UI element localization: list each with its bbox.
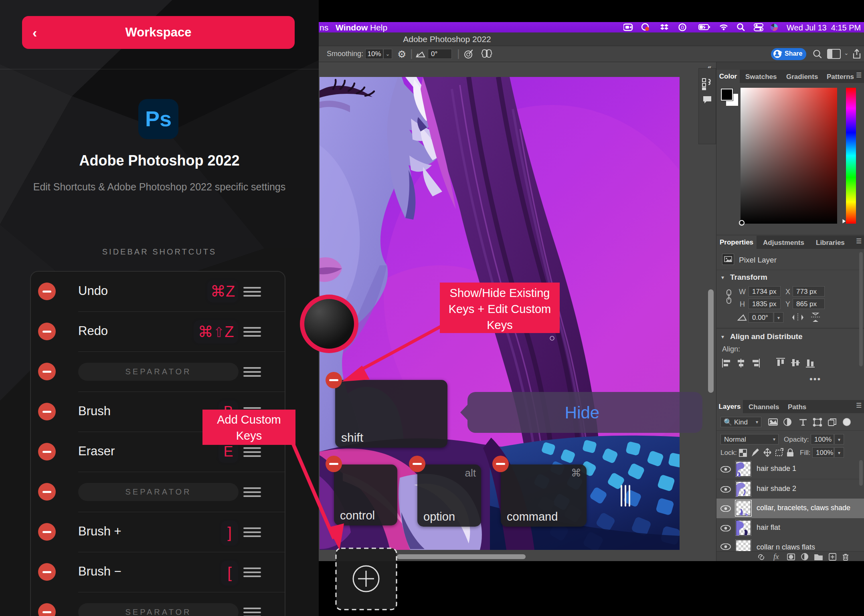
svg-text:Hide: Hide	[565, 403, 599, 422]
svg-text:0: 0	[681, 24, 684, 30]
svg-text:fx: fx	[773, 553, 779, 561]
